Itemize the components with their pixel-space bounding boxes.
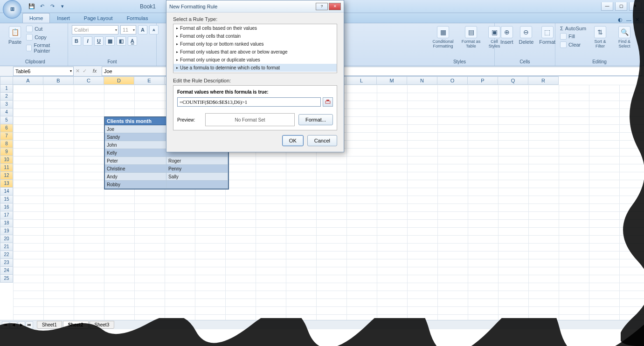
first-sheet-button[interactable]: ⏮ [2,321,9,328]
row-header-24[interactable]: 24 [0,267,13,275]
row-header-8[interactable]: 8 [0,140,13,148]
paste-button[interactable]: 📋 Paste [7,25,23,46]
table-cell[interactable]: Penny [166,165,228,173]
rule-type-item[interactable]: Format only cells that contain [173,32,337,40]
format-cells-button[interactable]: ⬚Format [537,25,557,46]
fill-color-button[interactable]: ◧ [117,36,126,46]
table-cell[interactable]: Joe [105,125,166,133]
minimize-ribbon-icon[interactable]: — [626,17,631,23]
row-header-18[interactable]: 18 [0,219,13,227]
format-painter-button[interactable]: Format Painter [25,42,64,54]
table-cell[interactable]: Kelly [105,149,166,157]
col-header-R[interactable]: R [528,76,559,85]
font-color-button[interactable]: A̲ [128,36,137,46]
format-button[interactable]: Format... [298,114,333,125]
conditional-formatting-button[interactable]: ▦Conditional Formatting [429,25,457,49]
fx-icon[interactable]: fx [90,68,100,74]
row-header-25[interactable]: 25 [0,275,13,283]
col-header-O[interactable]: O [437,76,468,85]
row-header-2[interactable]: 2 [0,93,13,101]
row-header-21[interactable]: 21 [0,243,13,251]
dialog-titlebar[interactable]: New Formatting Rule ? ✕ [166,0,344,13]
col-header-M[interactable]: M [377,76,407,85]
maximize-button[interactable]: ▢ [615,2,627,11]
font-name-combo[interactable]: Calibri [72,25,118,34]
row-header-11[interactable]: 11 [0,164,13,172]
sheet-tab-sheet3[interactable]: Sheet3 [90,321,115,328]
clear-button[interactable]: Clear [559,41,587,48]
table-cell[interactable]: Christine [105,165,166,173]
redo-icon[interactable]: ↷ [48,3,56,10]
select-all-corner[interactable] [0,76,13,85]
col-header-D[interactable]: D [104,76,134,85]
minimize-button[interactable]: — [601,2,613,11]
next-sheet-button[interactable]: ▶ [18,321,25,328]
table-cell[interactable]: Andy [105,173,166,181]
col-header-C[interactable]: C [74,76,104,85]
rule-type-item[interactable]: Format all cells based on their values [173,24,337,32]
tab-page-layout[interactable]: Page Layout [77,13,120,23]
row-header-5[interactable]: 5 [0,116,13,124]
table-cell[interactable]: Robby [105,181,166,189]
table-cell[interactable]: Peter [105,157,166,165]
rule-type-item[interactable]: Format only values that are above or bel… [173,48,337,56]
italic-button[interactable]: I [83,36,92,46]
row-header-15[interactable]: 15 [0,196,13,204]
row-header-4[interactable]: 4 [0,109,13,116]
border-button[interactable]: ▦ [105,36,115,46]
row-header-10[interactable]: 10 [0,156,13,164]
row-header-6[interactable]: 6 [0,124,13,132]
office-button[interactable]: ⊞ [3,0,21,19]
last-sheet-button[interactable]: ⏭ [26,321,33,328]
rule-type-item[interactable]: Format only top or bottom ranked values [173,40,337,48]
col-header-N[interactable]: N [407,76,437,85]
undo-icon[interactable]: ↶ [38,3,46,10]
row-header-22[interactable]: 22 [0,251,13,259]
row-header-13[interactable]: 13 [0,180,13,188]
underline-button[interactable]: U [94,36,104,46]
row-header-17[interactable]: 17 [0,211,13,219]
row-header-12[interactable]: 12 [0,172,13,180]
save-icon[interactable]: 💾 [28,3,35,10]
table-cell[interactable]: Roger [166,157,228,165]
sort-filter-button[interactable]: ⇅Sort & Filter [589,25,611,49]
col-header-L[interactable]: L [346,76,377,85]
cancel-button[interactable]: Cancel [307,135,337,146]
find-select-button[interactable]: 🔍Find & Select [613,25,636,49]
prev-sheet-button[interactable]: ◀ [10,321,17,328]
col-header-B[interactable]: B [43,76,74,85]
insert-cells-button[interactable]: ⊕Insert [499,25,515,46]
autosum-button[interactable]: ΣAutoSum [559,25,587,32]
row-header-16[interactable]: 16 [0,204,13,211]
row-header-9[interactable]: 9 [0,148,13,156]
tab-insert[interactable]: Insert [50,13,77,23]
col-header-A[interactable]: A [13,76,43,85]
rule-type-item[interactable]: Use a formula to determine which cells t… [173,64,337,72]
help-icon[interactable]: ◐ [618,17,623,23]
rule-formula-input[interactable] [177,97,321,107]
row-header-20[interactable]: 20 [0,235,13,243]
sheet-tab-sheet2[interactable]: Sheet2 [63,321,89,328]
name-box[interactable]: Table6 [13,67,74,76]
table-cell[interactable] [166,181,228,189]
col-header-E[interactable]: E [134,76,165,85]
cut-button[interactable]: Cut [25,25,64,33]
delete-cells-button[interactable]: ⊖Delete [517,25,536,46]
enter-formula-icon[interactable]: ✓ [83,68,87,74]
table-cell[interactable]: Sandy [105,133,166,141]
grow-font-icon[interactable]: A [138,25,147,34]
ok-button[interactable]: OK [282,135,304,146]
dialog-help-button[interactable]: ? [316,3,328,10]
row-header-14[interactable]: 14 [0,188,13,196]
tab-home[interactable]: Home [22,13,50,23]
rule-type-list[interactable]: Format all cells based on their valuesFo… [173,24,337,73]
dialog-close-button[interactable]: ✕ [329,3,341,10]
close-workbook-icon[interactable]: ✕ [635,17,639,23]
tab-formulas[interactable]: Formulas [120,13,155,23]
row-header-23[interactable]: 23 [0,259,13,267]
format-as-table-button[interactable]: ▤Format as Table [459,25,483,49]
qat-dropdown-icon[interactable]: ▾ [59,3,66,10]
table-cell[interactable]: John [105,141,166,149]
col-header-P[interactable]: P [468,76,498,85]
sheet-tab-sheet1[interactable]: Sheet1 [37,321,62,328]
